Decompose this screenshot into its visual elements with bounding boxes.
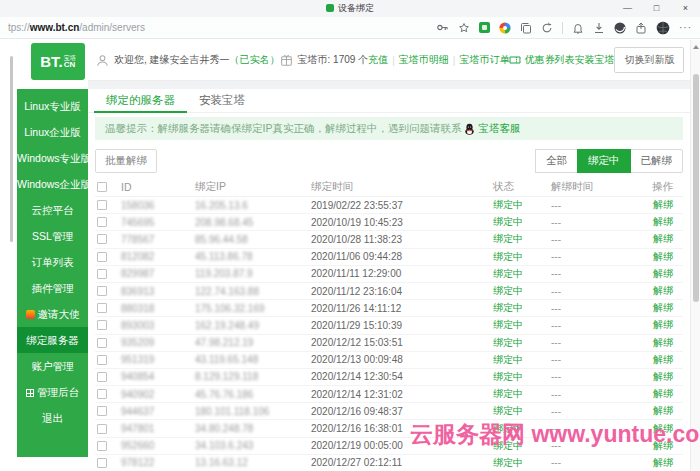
sidebar-item[interactable]: Windows企业版 [17, 171, 88, 197]
tab[interactable]: 安装宝塔 [187, 89, 257, 111]
table-row: 940902 45.76.76.186 2020/12/14 12:31:02 … [95, 386, 683, 403]
filter-button[interactable]: 已解绑 [630, 149, 684, 173]
row-checkbox[interactable] [97, 303, 107, 313]
coin-detail-link[interactable]: 宝塔币明细 [399, 53, 449, 67]
row-checkbox[interactable] [97, 200, 107, 210]
share-icon[interactable] [635, 22, 647, 34]
sidebar-item[interactable]: Linux专业版 [17, 93, 88, 119]
filter-button[interactable]: 绑定中 [577, 149, 631, 173]
verified-badge[interactable]: （已实名） [230, 53, 280, 67]
sidebar-item[interactable]: 管理后台 [17, 379, 88, 405]
row-checkbox[interactable] [97, 320, 107, 330]
row-checkbox[interactable] [97, 424, 107, 434]
cell-unbind-time: --- [551, 286, 647, 297]
refresh-icon[interactable] [541, 22, 553, 34]
table-row: 893003 162.19.248.49 2020/11/29 15:10:39… [95, 317, 683, 334]
filter-button[interactable]: 全部 [535, 149, 578, 173]
scrollbar-thumb[interactable] [693, 74, 699, 302]
profile-wheel-icon[interactable] [499, 22, 511, 34]
cell-unbind-time: --- [551, 320, 647, 331]
cell-bind-time: 2020/12/27 02:12:11 [311, 457, 493, 468]
sidebar-item[interactable]: 订单列表 [17, 249, 88, 275]
cell-unbind-time: --- [551, 303, 647, 314]
unbind-link[interactable]: 解绑 [647, 387, 683, 401]
unbind-link[interactable]: 解绑 [647, 250, 683, 264]
cell-unbind-time: --- [551, 337, 647, 348]
bulk-unbind-button[interactable]: 批量解绑 [95, 149, 157, 173]
install-bt-link[interactable]: 安装宝塔 [574, 53, 614, 67]
shield-icon[interactable] [614, 22, 626, 34]
unbind-link[interactable]: 解绑 [647, 198, 683, 212]
recharge-link[interactable]: 充值 [368, 53, 388, 67]
unbind-link[interactable]: 解绑 [647, 318, 683, 332]
unbind-link[interactable]: 解绑 [647, 232, 683, 246]
support-link[interactable]: 宝塔客服 [478, 122, 520, 136]
unbind-link[interactable]: 解绑 [647, 267, 683, 281]
status-badge: 绑定中 [493, 301, 551, 315]
row-checkbox[interactable] [97, 372, 107, 382]
row-checkbox[interactable] [97, 458, 107, 468]
row-checkbox[interactable] [97, 286, 107, 296]
unbind-link[interactable]: 解绑 [647, 404, 683, 418]
unbind-link[interactable]: 解绑 [647, 215, 683, 229]
unbind-link[interactable]: 解绑 [647, 336, 683, 350]
cell-bind-ip: 43.119.65.148 [195, 354, 311, 365]
row-checkbox[interactable] [97, 217, 107, 227]
avatar-icon[interactable] [656, 21, 670, 35]
unbind-link[interactable]: 解绑 [647, 439, 683, 453]
vertical-scrollbar[interactable] [690, 40, 700, 471]
row-checkbox[interactable] [97, 406, 107, 416]
cell-id: 829987 [121, 268, 195, 279]
switch-version-button[interactable]: 切换到新版 [614, 47, 684, 73]
announce-icon[interactable] [572, 22, 584, 34]
unbind-link[interactable]: 解绑 [647, 284, 683, 298]
sidebar-item[interactable]: Linux企业版 [17, 119, 88, 145]
sidebar-item[interactable]: 退出 [17, 405, 88, 431]
bt-logo[interactable]: BT. 宝塔 CN [31, 43, 85, 80]
scroll-up-icon[interactable] [693, 45, 699, 49]
row-checkbox[interactable] [97, 389, 107, 399]
row-checkbox[interactable] [97, 252, 107, 262]
download-icon[interactable] [593, 22, 605, 34]
browser-toolbar: tps://www.bt.cn/admin/servers ··· [0, 17, 700, 39]
unbind-link[interactable]: 解绑 [647, 353, 683, 367]
minimize-button[interactable]: — [613, 0, 642, 17]
col-bind-time: 绑定时间 [311, 180, 493, 194]
coupon-list-link[interactable]: 优惠券列表 [524, 53, 574, 67]
sidebar-item[interactable]: 账户管理 [17, 353, 88, 379]
row-checkbox[interactable] [97, 338, 107, 348]
cell-id: 893003 [121, 320, 195, 331]
col-action: 操作 [647, 180, 683, 194]
more-menu-icon[interactable]: ··· [679, 22, 692, 33]
favorites-icon[interactable] [458, 22, 470, 34]
coin-orders-link[interactable]: 宝塔币订单 [459, 53, 509, 67]
unbind-link[interactable]: 解绑 [647, 422, 683, 436]
sidebar-item[interactable]: 邀请大使 [17, 301, 88, 327]
cell-id: 940854 [121, 371, 195, 382]
copy-icon[interactable] [520, 22, 532, 34]
cell-unbind-time: --- [551, 251, 647, 262]
address-bar[interactable]: tps://www.bt.cn/admin/servers [8, 22, 145, 33]
sidebar-item[interactable]: 云控平台 [17, 197, 88, 223]
sidebar-item-label: Linux企业版 [24, 126, 81, 138]
table-actionbar: 批量解绑 全部绑定中已解绑 [95, 149, 683, 173]
sidebar-item[interactable]: 绑定服务器 [17, 327, 88, 353]
extension-icon[interactable] [479, 22, 490, 33]
sidebar-item[interactable]: 插件管理 [17, 275, 88, 301]
unbind-link[interactable]: 解绑 [647, 370, 683, 384]
unbind-link[interactable]: 解绑 [647, 301, 683, 315]
row-checkbox[interactable] [97, 234, 107, 244]
key-icon[interactable] [436, 21, 449, 34]
close-button[interactable]: × [671, 0, 700, 17]
tab[interactable]: 绑定的服务器 [94, 89, 187, 113]
row-checkbox[interactable] [97, 355, 107, 365]
left-scrollbar-thumb[interactable] [10, 56, 13, 242]
row-checkbox[interactable] [97, 441, 107, 451]
sidebar-item[interactable]: SSL管理 [17, 223, 88, 249]
section-divider [88, 81, 690, 89]
unbind-link[interactable]: 解绑 [647, 456, 683, 470]
maximize-button[interactable]: □ [642, 0, 671, 17]
sidebar-item[interactable]: Windows专业版 [17, 145, 88, 171]
row-checkbox[interactable] [97, 269, 107, 279]
select-all-checkbox[interactable] [97, 182, 107, 192]
